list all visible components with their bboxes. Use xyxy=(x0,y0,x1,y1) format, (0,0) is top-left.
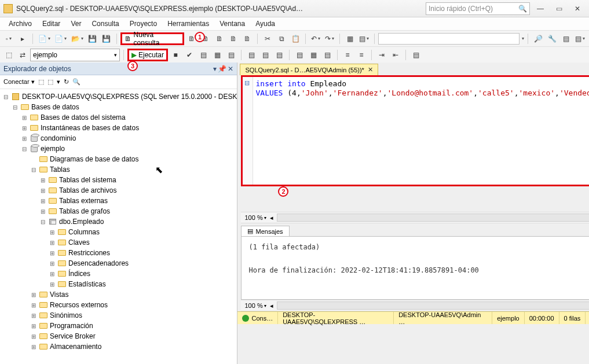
tree-extres[interactable]: Recursos externos xyxy=(50,301,108,309)
use-db-icon[interactable]: ⬚ xyxy=(2,49,15,61)
refresh-icon[interactable]: ↻ xyxy=(64,78,69,86)
menu-consulta[interactable]: Consulta xyxy=(86,19,124,29)
new-query-button[interactable]: 🗎 Nueva consulta xyxy=(120,32,185,45)
undo-button[interactable]: ↶▾ xyxy=(309,32,322,45)
results-file-icon[interactable]: ▤ xyxy=(321,49,334,61)
zoom-value[interactable]: 100 % xyxy=(244,214,262,221)
connect-button[interactable]: Conectar ▾ xyxy=(3,78,35,86)
dropdown-icon[interactable]: ▾ xyxy=(213,65,217,73)
close-button[interactable]: ✕ xyxy=(569,2,586,16)
disconnect-icon[interactable]: ⬚ xyxy=(38,78,44,86)
menu-archivo[interactable]: Archivo xyxy=(3,19,37,29)
open-file-button[interactable]: 📂▾ xyxy=(69,32,85,45)
uncomment-icon[interactable]: ≡ xyxy=(355,49,368,61)
save-button[interactable]: 💾 xyxy=(86,32,99,45)
tree-programmability[interactable]: Programación xyxy=(50,322,93,330)
messages-tab[interactable]: ▤ Mensajes xyxy=(241,226,289,236)
nav-fwd-button[interactable]: ▸ xyxy=(16,32,29,45)
activity-monitor-icon[interactable]: ▦ xyxy=(343,32,356,45)
outline-collapse-icon[interactable]: ⊟ xyxy=(244,79,250,87)
new-file-button[interactable]: 📄▾ xyxy=(53,32,69,45)
tree-tables-sys[interactable]: Tablas del sistema xyxy=(59,176,116,184)
tree-tables-files[interactable]: Tablas de archivos xyxy=(59,186,116,194)
tree-keys[interactable]: Claves xyxy=(68,238,90,247)
zoom-value-2[interactable]: 100 % xyxy=(244,302,262,309)
pin-icon[interactable]: 📌 xyxy=(218,65,226,73)
change-connection-icon[interactable]: ⇄ xyxy=(16,49,29,61)
specify-values-icon[interactable]: ▤ xyxy=(409,49,422,61)
solution-config-combo[interactable] xyxy=(378,33,520,45)
tree-columns[interactable]: Columnas xyxy=(68,228,100,236)
estimate-plan-icon[interactable]: ▤ xyxy=(197,49,210,61)
close-panel-icon[interactable]: ✕ xyxy=(228,65,233,73)
tree-db-ejemplo[interactable]: ejemplo xyxy=(41,145,65,153)
menu-proyecto[interactable]: Proyecto xyxy=(125,19,162,29)
horizontal-scrollbar[interactable] xyxy=(277,214,589,222)
outdent-icon[interactable]: ⇤ xyxy=(389,49,402,61)
messages-panel[interactable]: (1 fila afectada) Hora de finalización: … xyxy=(241,236,589,300)
tree-stats[interactable]: Estadísticas xyxy=(68,280,106,288)
database-combo[interactable]: ejemplo ▾ xyxy=(30,49,120,61)
intellisense-icon[interactable]: ▤ xyxy=(225,49,237,61)
tree-synonyms[interactable]: Sinónimos xyxy=(50,311,82,319)
menu-ayuda[interactable]: Ayuda xyxy=(250,19,280,29)
scroll-left-icon[interactable]: ◂ xyxy=(270,302,273,310)
dmx-query-icon[interactable]: 🗎 xyxy=(213,32,226,45)
include-client-stats-icon[interactable]: ▤ xyxy=(273,49,286,61)
options-button[interactable]: ▤▾ xyxy=(357,32,371,45)
query-options-icon[interactable]: ▦ xyxy=(211,49,224,61)
include-live-stats-icon[interactable]: ▤ xyxy=(259,49,272,61)
comment-icon[interactable]: ≡ xyxy=(341,49,354,61)
tree-tables-ext[interactable]: Tablas externas xyxy=(59,197,108,205)
search-icon[interactable]: 🔍 xyxy=(72,78,81,86)
sql-editor[interactable]: ⊟ insert into Empleado VALUES (4,'John',… xyxy=(241,75,589,186)
paste-button[interactable]: 📋 xyxy=(289,32,302,45)
tree-service-broker[interactable]: Service Broker xyxy=(50,332,96,340)
document-tab[interactable]: SQLQuery2.sql - D…AE5VQ\Admin (55))* ✕ xyxy=(240,64,378,75)
tree-sysdbs[interactable]: Bases de datos del sistema xyxy=(41,113,126,122)
object-explorer-tree[interactable]: ⊟DESKTOP-UAAE5VQ\SQLEXPRESS (SQL Server … xyxy=(0,89,237,364)
tree-snapshots[interactable]: Instantáneas de bases de datos xyxy=(41,124,139,132)
stop-icon[interactable]: ⬚ xyxy=(47,78,53,86)
tree-storage[interactable]: Almacenamiento xyxy=(50,343,101,351)
tree-server[interactable]: DESKTOP-UAAE5VQ\SQLEXPRESS (SQL Server 1… xyxy=(22,93,237,101)
save-all-button[interactable]: 💾 xyxy=(100,32,113,45)
tree-constraints[interactable]: Restricciones xyxy=(68,249,110,257)
menu-editar[interactable]: Editar xyxy=(37,19,65,29)
tree-diagrams[interactable]: Diagramas de base de datos xyxy=(50,155,138,163)
cut-button[interactable]: ✂ xyxy=(261,32,274,45)
tree-triggers[interactable]: Desencadenadores xyxy=(68,259,129,267)
dax-query-icon[interactable]: 🗎 xyxy=(241,32,254,45)
xmla-query-icon[interactable]: 🗎 xyxy=(227,32,240,45)
find-button[interactable]: 🔎 xyxy=(532,32,544,45)
nav-back-button[interactable]: ◦▾ xyxy=(2,32,15,45)
tree-indexes[interactable]: Índices xyxy=(68,270,90,278)
tree-tables-graph[interactable]: Tablas de grafos xyxy=(59,207,110,215)
execute-button[interactable]: ▶ Ejecutar xyxy=(127,49,168,61)
tree-db-condominio[interactable]: condominio xyxy=(41,134,76,142)
tree-views[interactable]: Vistas xyxy=(50,291,68,299)
properties-button[interactable]: 🔧 xyxy=(546,32,558,45)
add-button[interactable]: ▤▾ xyxy=(573,32,587,45)
horizontal-scrollbar[interactable] xyxy=(277,302,589,310)
new-project-button[interactable]: 📄▾ xyxy=(36,32,52,45)
results-text-icon[interactable]: ▤ xyxy=(293,49,306,61)
restore-button[interactable]: ▭ xyxy=(551,2,567,16)
menu-ventana[interactable]: Ventana xyxy=(214,19,250,29)
tree-databases[interactable]: Bases de datos xyxy=(31,103,79,111)
quick-launch-input[interactable]: Inicio rápido (Ctrl+Q) 🔍 xyxy=(426,2,530,15)
scroll-left-icon[interactable]: ◂ xyxy=(270,214,273,222)
tree-tables[interactable]: Tablas xyxy=(50,166,70,174)
indent-icon[interactable]: ⇥ xyxy=(375,49,388,61)
tree-table-empleado[interactable]: dbo.Empleado xyxy=(59,218,104,226)
include-plan-icon[interactable]: ▤ xyxy=(245,49,258,61)
minimize-button[interactable]: — xyxy=(532,2,548,16)
menu-ver[interactable]: Ver xyxy=(65,19,86,29)
debug-button[interactable]: ■ xyxy=(169,49,182,61)
redo-button[interactable]: ↷▾ xyxy=(323,32,336,45)
parse-button[interactable]: ✔ xyxy=(183,49,196,61)
registered-servers-icon[interactable]: ▤ xyxy=(559,32,572,45)
filter-icon[interactable]: ▾ xyxy=(57,78,60,86)
close-tab-icon[interactable]: ✕ xyxy=(368,66,373,73)
sql-code[interactable]: insert into Empleado VALUES (4,'John','F… xyxy=(243,77,589,100)
